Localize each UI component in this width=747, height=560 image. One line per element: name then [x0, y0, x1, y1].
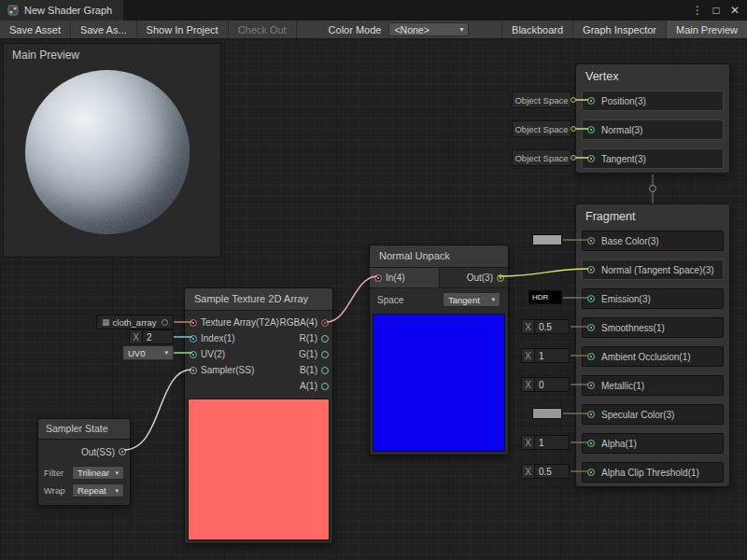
port-a[interactable]: A(1) — [279, 378, 332, 394]
specular-color-swatch[interactable] — [532, 408, 562, 419]
port-dot[interactable] — [587, 382, 595, 389]
port-dot[interactable] — [321, 319, 329, 327]
port-dot[interactable] — [587, 440, 595, 447]
port-texture-array[interactable]: Texture Array(T2A) — [185, 315, 279, 330]
port-dot[interactable] — [587, 324, 595, 331]
port-dot[interactable] — [321, 335, 329, 343]
ambient-occlusion-field[interactable]: X 1 — [521, 348, 570, 363]
normal-unpack-node[interactable]: Normal Unpack In(4) Out(3) Space Tangent… — [369, 245, 509, 455]
toolbar: Save Asset Save As... Show In Project Ch… — [0, 21, 747, 39]
port-label: Smoothness(1) — [601, 323, 665, 333]
port-dot[interactable] — [190, 335, 197, 343]
port-dot[interactable] — [587, 295, 595, 302]
maximize-icon[interactable]: □ — [708, 4, 725, 17]
object-picker-icon[interactable] — [162, 319, 168, 326]
port-rgba[interactable]: RGBA(4) — [279, 315, 332, 330]
port-dot[interactable] — [190, 367, 197, 374]
smoothness-value[interactable]: 0.5 — [535, 320, 569, 333]
port-b[interactable]: B(1) — [279, 362, 332, 378]
graph-inspector-toggle-button[interactable]: Graph Inspector — [572, 21, 666, 38]
port-out[interactable]: Out(3) — [440, 268, 508, 287]
metallic-value[interactable]: 0 — [535, 378, 569, 391]
fragment-port-base-color[interactable]: Base Color(3) — [582, 231, 724, 251]
close-icon[interactable]: ✕ — [726, 4, 743, 17]
port-uv[interactable]: UV(2) — [185, 346, 279, 362]
vertex-port-position[interactable]: Position(3) — [582, 91, 724, 111]
main-preview-toggle-button[interactable]: Main Preview — [666, 21, 747, 38]
metallic-field[interactable]: X 0 — [521, 377, 570, 392]
preview-sphere[interactable] — [25, 70, 190, 234]
alpha-value[interactable]: 1 — [535, 436, 569, 449]
sample-texture-2d-array-node[interactable]: Sample Texture 2D Array Texture Array(T2… — [184, 287, 333, 544]
color-mode-label: Color Mode — [321, 21, 389, 38]
space-dropdown[interactable]: Tangent ▾ — [443, 292, 500, 307]
ambient-occlusion-value[interactable]: 1 — [535, 349, 569, 362]
vertex-port-normal[interactable]: Normal(3) — [582, 119, 724, 140]
smoothness-field[interactable]: X 0.5 — [521, 319, 570, 334]
port-label: Alpha(1) — [601, 439, 637, 449]
port-dot[interactable] — [321, 351, 329, 358]
alpha-clip-threshold-value[interactable]: 0.5 — [535, 465, 569, 478]
port-dot[interactable] — [587, 155, 595, 162]
port-dot[interactable] — [587, 353, 595, 360]
port-label: Sampler(SS) — [201, 365, 254, 375]
sampler-state-node[interactable]: Sampler State Out(SS) Filter Trilinear ▾… — [37, 418, 131, 506]
port-dot[interactable] — [374, 274, 382, 282]
uv-channel-dropdown[interactable]: UV0 ▾ — [122, 345, 174, 360]
port-label: Normal(3) — [601, 125, 642, 135]
port-out-ss[interactable]: Out(SS) — [38, 440, 130, 464]
base-color-swatch[interactable] — [532, 234, 562, 245]
port-index[interactable]: Index(1) — [185, 330, 279, 346]
alpha-clip-threshold-field[interactable]: X 0.5 — [521, 464, 570, 479]
port-label: In(4) — [386, 273, 405, 283]
port-dot[interactable] — [587, 266, 595, 273]
port-label: Ambient Occlusion(1) — [601, 352, 691, 362]
sampler-state-title[interactable]: Sampler State — [38, 419, 130, 440]
index-value[interactable]: 2 — [143, 330, 173, 343]
fragment-port-specular-color[interactable]: Specular Color(3) — [582, 404, 724, 425]
alpha-field[interactable]: X 1 — [521, 435, 570, 450]
cloth-array-texture-field[interactable]: ▦ cloth_array — [96, 315, 174, 329]
shader-graph-icon — [7, 5, 19, 16]
port-dot[interactable] — [587, 126, 595, 133]
fragment-port-normal[interactable]: Normal (Tangent Space)(3) — [582, 259, 724, 280]
fragment-port-ambient-occlusion[interactable]: Ambient Occlusion(1) — [582, 346, 724, 367]
port-dot[interactable] — [190, 351, 197, 358]
save-as-button[interactable]: Save As... — [71, 21, 137, 38]
menu-icon[interactable]: ⋮ — [689, 4, 706, 17]
port-dot[interactable] — [190, 319, 197, 327]
emission-hdr-swatch[interactable]: HDR — [529, 290, 562, 304]
show-in-project-button[interactable]: Show In Project — [137, 21, 229, 38]
fragment-port-alpha[interactable]: Alpha(1) — [582, 433, 724, 454]
fragment-port-metallic[interactable]: Metallic(1) — [582, 375, 724, 396]
vertex-port-tangent[interactable]: Tangent(3) — [582, 148, 724, 169]
port-dot[interactable] — [587, 237, 595, 245]
index-field[interactable]: X 2 — [129, 329, 174, 344]
fragment-port-emission[interactable]: Emission(3) — [582, 288, 724, 309]
port-dot[interactable] — [321, 383, 329, 390]
port-dot[interactable] — [321, 367, 329, 374]
port-in[interactable]: In(4) — [370, 268, 440, 287]
port-dot[interactable] — [497, 274, 504, 282]
normal-unpack-title[interactable]: Normal Unpack — [370, 245, 508, 268]
fragment-port-alpha-clip-threshold[interactable]: Alpha Clip Threshold(1) — [582, 462, 724, 483]
sample-node-title[interactable]: Sample Texture 2D Array — [185, 288, 332, 311]
port-g[interactable]: G(1) — [279, 346, 332, 362]
port-r[interactable]: R(1) — [279, 330, 332, 346]
vertex-node-title: Vertex — [576, 64, 729, 87]
port-sampler[interactable]: Sampler(SS) — [185, 362, 279, 378]
fragment-node[interactable]: Fragment Base Color(3) Normal (Tangent S… — [575, 203, 730, 487]
vertex-node[interactable]: Vertex Position(3) Normal(3) Tangent(3) — [575, 63, 730, 174]
wrap-dropdown[interactable]: Repeat ▾ — [72, 483, 124, 497]
fragment-port-smoothness[interactable]: Smoothness(1) — [582, 317, 724, 338]
x-prefix: X — [522, 465, 535, 478]
save-asset-button[interactable]: Save Asset — [0, 21, 71, 38]
shader-graph-tab[interactable]: New Shader Graph — [0, 0, 123, 21]
port-dot[interactable] — [587, 411, 595, 418]
port-dot[interactable] — [587, 469, 595, 476]
color-mode-dropdown[interactable]: <None> ▾ — [388, 22, 469, 36]
blackboard-toggle-button[interactable]: Blackboard — [501, 21, 572, 38]
port-dot[interactable] — [119, 448, 126, 455]
filter-dropdown[interactable]: Trilinear ▾ — [72, 466, 124, 480]
port-dot[interactable] — [587, 97, 595, 105]
